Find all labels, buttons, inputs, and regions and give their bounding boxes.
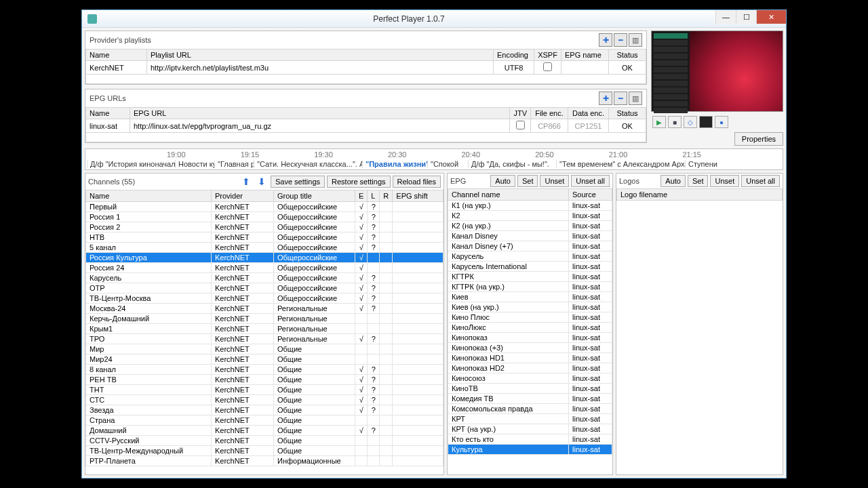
playlist-add-button[interactable]: ✚ (599, 33, 612, 47)
playlist-menu-button[interactable]: ▥ (629, 33, 642, 47)
epg-row[interactable]: Канал Disney (+7)linux-sat (448, 241, 612, 251)
timeline-program[interactable]: "Сати. Нескучная класска...". Але (254, 160, 362, 168)
channel-row[interactable]: СТСKerchNETОбщие√? (86, 395, 443, 405)
seek-button[interactable]: ◇ (684, 116, 697, 128)
minimize-button[interactable]: — (715, 10, 736, 24)
playlists-panel: Provider's playlists ✚ ━ ▥ Name Playlist… (85, 30, 647, 85)
channel-row[interactable]: МирKerchNETОбщие (86, 344, 443, 354)
channel-row[interactable]: СтранаKerchNETОбщие (86, 415, 443, 426)
epg-row[interactable]: Кинопоказ HD1linux-sat (448, 353, 612, 363)
save-settings-button[interactable]: Save settings (271, 176, 325, 188)
epg-auto-button[interactable]: Auto (490, 175, 515, 187)
channel-row[interactable]: РТР-ПланетаKerchNETИнформационные (86, 456, 443, 466)
epg-row[interactable]: К2linux-sat (448, 211, 612, 221)
xspf-checkbox[interactable] (543, 62, 552, 71)
channel-row[interactable]: Россия 1KerchNETОбщероссийские√? (86, 212, 443, 222)
epg-row[interactable]: К1 (на укр.)linux-sat (448, 201, 612, 211)
reload-files-button[interactable]: Reload files (393, 176, 441, 188)
channel-row[interactable]: 8 каналKerchNETОбщие√? (86, 365, 443, 375)
logos-panel: Logos Auto Set Unset Unset all Logo file… (616, 173, 783, 475)
epgurl-add-button[interactable]: ✚ (599, 92, 612, 105)
channel-row[interactable]: Россия 2KerchNETОбщероссийские√? (86, 222, 443, 232)
epg-row[interactable]: Культураlinux-sat (448, 445, 612, 455)
channel-row[interactable]: 5 каналKerchNETОбщероссийские√? (86, 243, 443, 253)
channel-row[interactable]: Россия 24KerchNETОбщероссийские√ (86, 263, 443, 273)
properties-button[interactable]: Properties (734, 132, 783, 146)
info-button[interactable]: ● (715, 116, 728, 128)
channel-row[interactable]: ПервыйKerchNETОбщероссийские√? (86, 202, 443, 212)
restore-settings-button[interactable]: Restore settings (327, 176, 390, 188)
epg-row[interactable]: КРТ (на укр.)linux-sat (448, 424, 612, 434)
logos-unsetall-button[interactable]: Unset all (741, 175, 780, 187)
channel-row[interactable]: ТВ-Центр-МеждународныйKerchNETОбщие (86, 446, 443, 456)
channel-row[interactable]: Керчь-ДомашнийKerchNETРегиональные (86, 314, 443, 324)
logos-auto-button[interactable]: Auto (660, 175, 686, 187)
epg-row[interactable]: Киносоюзlinux-sat (448, 373, 612, 384)
epg-row[interactable]: Кинопоказ (+3)linux-sat (448, 343, 612, 353)
epgurl-remove-button[interactable]: ━ (614, 92, 627, 105)
video-preview[interactable] (651, 30, 783, 112)
channel-row[interactable]: НТВKerchNETОбщероссийские√? (86, 232, 443, 243)
channel-row[interactable]: РЕН ТВKerchNETОбщие√? (86, 375, 443, 385)
epg-row[interactable]: Комедия ТВlinux-sat (448, 394, 612, 404)
epg-table: Channel name Source К1 (на укр.)linux-sa… (448, 188, 612, 455)
epgurl-menu-button[interactable]: ▥ (629, 92, 642, 105)
epg-row[interactable]: К2 (на укр.)linux-sat (448, 221, 612, 231)
epg-row[interactable]: Киевlinux-sat (448, 292, 612, 302)
epg-row[interactable]: Канал Disneylinux-sat (448, 231, 612, 241)
epg-row[interactable]: КГТРК (на укр.)linux-sat (448, 282, 612, 292)
epgurl-row[interactable]: linux-sat http://linux-sat.tv/epg/tvprog… (86, 119, 646, 133)
timeline-program[interactable]: Новости кул (175, 160, 214, 168)
epg-row[interactable]: Карусель Internationallinux-sat (448, 262, 612, 272)
close-button[interactable]: ✕ (756, 10, 786, 24)
jtv-checkbox[interactable] (516, 121, 525, 129)
timeline-program[interactable]: "Правила жизни". (362, 160, 427, 168)
epg-row[interactable]: Комсомольская правдаlinux-sat (448, 404, 612, 414)
epg-set-button[interactable]: Set (517, 175, 538, 187)
epg-unset-button[interactable]: Unset (540, 175, 569, 187)
epg-row[interactable]: КРТlinux-sat (448, 414, 612, 424)
channel-row[interactable]: Крым1KerchNETРегиональные (86, 324, 443, 334)
epg-row[interactable]: Кто есть ктоlinux-sat (448, 434, 612, 445)
epg-row[interactable]: Карусельlinux-sat (448, 251, 612, 262)
timeline-program[interactable]: "Тем временем" с Александром Арханге (556, 160, 685, 168)
epg-unsetall-button[interactable]: Unset all (571, 175, 610, 187)
maximize-button[interactable]: ☐ (736, 10, 756, 24)
epg-row[interactable]: КиноТВlinux-sat (448, 384, 612, 394)
channel-row[interactable]: Мир24KerchNETОбщие (86, 354, 443, 365)
channel-row[interactable]: КарусельKerchNETОбщероссийские√? (86, 273, 443, 283)
channel-row[interactable]: ОТРKerchNETОбщероссийские√? (86, 283, 443, 293)
timeline-program[interactable]: Д/ф "Да, скифы - мы!". (468, 160, 556, 168)
channel-row[interactable]: Россия КультураKerchNETОбщероссийские√ (86, 253, 443, 263)
channel-row[interactable]: ДомашнийKerchNETОбщие√? (86, 426, 443, 436)
timeline-program[interactable]: Д/ф "История киноначальник (87, 160, 175, 168)
epg-row[interactable]: КиноЛюксlinux-sat (448, 323, 612, 333)
channel-row[interactable]: Москва-24KerchNETРегиональные√? (86, 304, 443, 314)
epg-row[interactable]: Кино Плюсlinux-sat (448, 312, 612, 323)
epg-row[interactable]: КГТРКlinux-sat (448, 272, 612, 282)
epg-row[interactable]: Кинопоказ HD2linux-sat (448, 363, 612, 373)
channel-row[interactable]: ЗвездаKerchNETОбщие√? (86, 405, 443, 415)
timeline-program[interactable]: "Спокой (427, 160, 468, 168)
timeline-program[interactable]: Ступени (685, 160, 719, 168)
move-up-button[interactable]: ⬆ (239, 175, 253, 188)
screen-button[interactable] (699, 116, 713, 128)
timeline[interactable]: 19:0019:1519:3020:3020:4020:5021:0021:15… (85, 148, 783, 170)
logos-unset-button[interactable]: Unset (710, 175, 739, 187)
app-icon (87, 14, 97, 24)
playlist-row[interactable]: KerchNET http://iptv.kerch.net/playlist/… (86, 61, 646, 75)
playlist-remove-button[interactable]: ━ (614, 33, 627, 47)
channel-row[interactable]: ТНТKerchNETОбщие√? (86, 385, 443, 395)
channel-row[interactable]: ТРОKerchNETРегиональные√? (86, 334, 443, 344)
epg-row[interactable]: Киев (на укр.)linux-sat (448, 302, 612, 312)
epg-label: EPG (450, 177, 466, 185)
epg-row[interactable]: Кинопоказlinux-sat (448, 333, 612, 343)
move-down-button[interactable]: ⬇ (255, 175, 269, 188)
channel-row[interactable]: ССТV-РусскийKerchNETОбщие (86, 436, 443, 446)
play-button[interactable]: ▶ (652, 116, 666, 128)
stop-button[interactable]: ■ (668, 116, 682, 128)
channel-row[interactable]: ТВ-Центр-МоскваKerchNETОбщероссийские√? (86, 293, 443, 304)
timeline-program[interactable]: "Главная рол (214, 160, 254, 168)
app-window: Perfect Player 1.0.7 — ☐ ✕ Provider's pl… (81, 9, 787, 479)
logos-set-button[interactable]: Set (688, 175, 709, 187)
